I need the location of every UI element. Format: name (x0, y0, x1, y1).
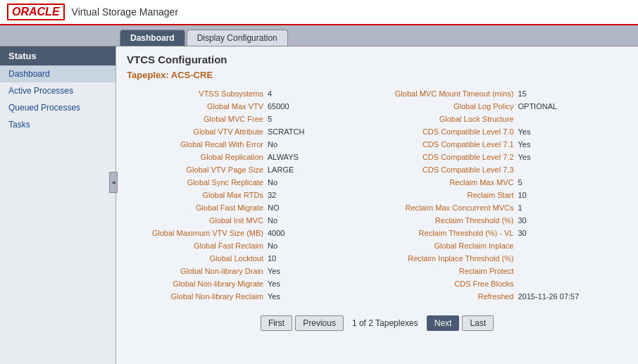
config-label: Global Max RTDs (127, 191, 268, 199)
config-label: Global Fast Migrate (127, 203, 268, 212)
config-value: Yes (268, 292, 280, 301)
config-label: Reclaim Threshold (%) (377, 216, 518, 225)
sidebar-collapse-button[interactable]: ◄ (109, 172, 118, 193)
config-row: Reclaim Max MVC 5 (377, 176, 628, 189)
config-label: Refreshed (377, 292, 518, 301)
config-value: ALWAYS (268, 153, 299, 161)
config-label: Reclaim Start (377, 191, 518, 199)
sidebar-item-dashboard[interactable]: Dashboard (0, 65, 115, 82)
config-row: Reclaim Protect (377, 265, 628, 277)
config-row: Global Replication ALWAYS (127, 151, 377, 163)
config-label: Global MVC Mount Timeout (mins) (377, 89, 518, 98)
previous-button[interactable]: Previous (295, 315, 344, 331)
config-label: Reclaim Max Concurrent MVCs (377, 203, 518, 212)
config-value: 5 (268, 115, 272, 123)
page-title: VTCS Configuration (127, 54, 627, 65)
config-label: Global Sync Replicate (127, 178, 268, 187)
last-button[interactable]: Last (462, 315, 494, 331)
sidebar-title: Status (0, 46, 115, 65)
config-row: Reclaim Max Concurrent MVCs 1 (377, 201, 628, 214)
header: ORACLE Virtual Storage Manager (0, 0, 638, 25)
config-row: Global Init MVC No (127, 214, 377, 227)
config-label: CDS Compatible Level 7.0 (377, 127, 518, 136)
oracle-logo: ORACLE (7, 4, 65, 20)
config-row: Global Fast Migrate NO (127, 201, 377, 214)
config-value: OPTIONAL (518, 102, 558, 111)
sidebar-item-active-processes[interactable]: Active Processes (0, 82, 115, 99)
config-label: VTSS Subsystems (127, 89, 268, 98)
config-label: Global Fast Reclaim (127, 241, 268, 250)
config-value: Yes (518, 140, 531, 149)
pagination: First Previous 1 of 2 Tapeplexes Next La… (127, 311, 627, 335)
config-value: NO (268, 203, 280, 212)
app-title: Virtual Storage Manager (72, 6, 179, 18)
config-row: Global VTV Attribute SCRATCH (127, 125, 377, 138)
config-value: Yes (518, 127, 531, 136)
config-value: Yes (518, 153, 531, 161)
config-row: Refreshed 2015-11-26 07:57 (377, 290, 628, 303)
config-label: Global Maximum VTV Size (MB) (127, 229, 268, 237)
config-row: Global Log Policy OPTIONAL (377, 100, 628, 113)
config-label: Global Reclaim Inplace (377, 241, 518, 250)
section-title: Tapeplex: ACS-CRE (127, 70, 627, 80)
config-value: 1 (518, 203, 523, 212)
config-value: No (268, 178, 277, 187)
config-label: CDS Compatible Level 7.2 (377, 153, 518, 161)
sidebar-item-tasks[interactable]: Tasks (0, 116, 115, 133)
config-label: Global Locktout (127, 254, 268, 263)
config-label: Global Lock Structure (377, 115, 518, 123)
config-row: Reclaim Inplace Threshold (%) (377, 252, 628, 265)
config-row: CDS Compatible Level 7.0 Yes (377, 125, 628, 138)
tab-dashboard[interactable]: Dashboard (120, 30, 185, 46)
config-label: Global VTV Attribute (127, 127, 268, 136)
sidebar: Status Dashboard Active Processes Queued… (0, 46, 116, 364)
config-row: Reclaim Start 10 (377, 189, 628, 201)
config-row: CDS Free Blocks (377, 277, 628, 290)
tab-display-config[interactable]: Display Configuration (187, 30, 288, 46)
config-value: 4 (268, 89, 272, 98)
config-label: Global Log Policy (377, 102, 518, 111)
config-label: Global Max VTV (127, 102, 268, 111)
config-value: SCRATCH (268, 127, 304, 136)
config-grid: VTSS Subsystems 4 Global Max VTV 65000 G… (127, 87, 627, 303)
main-layout: Status Dashboard Active Processes Queued… (0, 46, 638, 364)
content-area: VTCS Configuration Tapeplex: ACS-CRE VTS… (116, 46, 638, 364)
first-button[interactable]: First (261, 315, 292, 331)
config-label: Global Init MVC (127, 216, 268, 225)
config-value: 2015-11-26 07:57 (518, 292, 580, 301)
next-button[interactable]: Next (427, 315, 460, 331)
config-label: Reclaim Protect (377, 267, 518, 275)
config-label: Reclaim Max MVC (377, 178, 518, 187)
config-row: Global Max VTV 65000 (127, 100, 377, 113)
config-label: Global Recall With Error (127, 140, 268, 149)
config-label: Global VTV Page Size (127, 165, 268, 174)
config-label: Global Replication (127, 153, 268, 161)
config-value: 30 (518, 229, 527, 237)
config-label: Global Non-library Reclaim (127, 292, 268, 301)
config-row: Reclaim Threshold (%) - VL 30 (377, 227, 628, 239)
config-row: Reclaim Threshold (%) 30 (377, 214, 628, 227)
config-value: 30 (518, 216, 527, 225)
config-label: Global MVC Free (127, 115, 268, 123)
config-row: Global Max RTDs 32 (127, 189, 377, 201)
config-value: No (268, 140, 277, 149)
config-value: Yes (268, 280, 280, 288)
config-value: 5 (518, 178, 523, 187)
sidebar-item-queued-processes[interactable]: Queued Processes (0, 99, 115, 116)
config-row: Global Locktout 10 (127, 252, 377, 265)
config-value: 65000 (268, 102, 289, 111)
config-row: Global Non-library Reclaim Yes (127, 290, 377, 303)
config-row: VTSS Subsystems 4 (127, 87, 377, 100)
config-row: Global VTV Page Size LARGE (127, 163, 377, 176)
config-row: CDS Compatible Level 7.1 Yes (377, 138, 628, 151)
config-row: Global MVC Free 5 (127, 113, 377, 125)
config-row: Global Sync Replicate No (127, 176, 377, 189)
config-label: Reclaim Inplace Threshold (%) (377, 254, 518, 263)
config-row: CDS Compatible Level 7.3 (377, 163, 628, 176)
config-label: CDS Free Blocks (377, 280, 518, 288)
page-info: 1 of 2 Tapeplexes (346, 318, 424, 328)
config-row: Global Maximum VTV Size (MB) 4000 (127, 227, 377, 239)
config-label: Global Non-library Migrate (127, 280, 268, 288)
config-value: No (268, 241, 277, 250)
config-label: Global Non-library Drain (127, 267, 268, 275)
